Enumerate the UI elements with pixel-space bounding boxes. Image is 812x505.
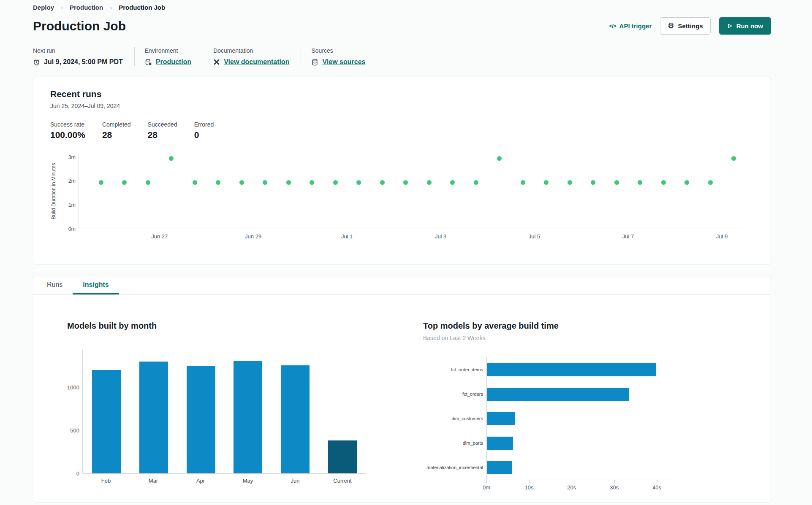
run-dot[interactable] (638, 180, 642, 185)
breadcrumb-deploy[interactable]: Deploy (33, 4, 54, 11)
stat-completed: Completed 28 (102, 121, 131, 140)
model-label: fct_orders (423, 392, 486, 397)
run-dot[interactable] (521, 180, 525, 185)
tab-runs[interactable]: Runs (37, 276, 73, 294)
build-duration-plot: 0m1m2m3mJun 27Jun 29Jul 1Jul 3Jul 5Jul 7… (79, 154, 741, 229)
model-bar-fct_order_items[interactable] (487, 363, 656, 376)
stat-value: 100.00% (50, 130, 85, 140)
model-row: fct_orders (423, 382, 737, 406)
month-label: Current (319, 478, 366, 484)
models-by-month-xlabels: FebMarAprMayJunCurrent (82, 478, 366, 484)
chevron-right-icon: › (110, 4, 112, 11)
run-dot[interactable] (708, 180, 713, 185)
x-tick-label: 10s (524, 484, 533, 491)
environment-group: Environment Production (134, 47, 203, 66)
models-y-tick-label: 0 (63, 471, 79, 476)
month-bar-feb[interactable] (92, 370, 121, 473)
run-dot[interactable] (122, 180, 127, 185)
recent-runs-date-range: Jun 25, 2024–Jul 09, 2024 (50, 103, 754, 109)
recent-runs-card: Recent runs Jun 25, 2024–Jul 09, 2024 Su… (33, 77, 771, 265)
run-dot[interactable] (474, 180, 478, 185)
month-bar-may[interactable] (234, 361, 262, 473)
run-dot[interactable] (239, 180, 244, 185)
x-tick-mark (486, 480, 487, 483)
scatter-x-tick-label: Jul 3 (435, 233, 446, 240)
top-models-x-axis: 0m10s20s30s40s (486, 480, 674, 494)
month-bar-apr[interactable] (187, 366, 215, 473)
run-dot[interactable] (427, 180, 432, 185)
stat-label: Completed (102, 121, 131, 128)
run-dot[interactable] (544, 180, 549, 185)
run-dot[interactable] (333, 180, 338, 185)
model-bar-materialization_incremental[interactable] (487, 461, 512, 474)
bar-slot (130, 350, 177, 473)
run-dot[interactable] (310, 180, 314, 185)
month-bar-mar[interactable] (139, 362, 168, 473)
models-by-month-title: Models built by month (67, 321, 402, 331)
settings-button[interactable]: ⚙ Settings (660, 17, 710, 35)
run-dot[interactable] (216, 180, 220, 185)
model-bar-dim_customers[interactable] (487, 412, 515, 425)
run-dot[interactable] (614, 180, 619, 185)
tab-insights[interactable]: Insights (73, 276, 119, 294)
run-dot[interactable] (684, 180, 689, 185)
month-label: Mar (130, 478, 177, 484)
next-run-label: Next run (33, 47, 123, 54)
run-now-button[interactable]: Run now (719, 17, 771, 35)
model-bar-track (486, 455, 674, 480)
page-title: Production Job (33, 19, 126, 33)
model-bar-track (486, 382, 674, 406)
top-models-plot: fct_order_itemsfct_ordersdim_customersdi… (423, 357, 737, 480)
run-dot[interactable] (568, 180, 572, 185)
model-bar-track (486, 431, 674, 455)
model-label: dim_customers (423, 416, 486, 421)
run-dot[interactable] (169, 156, 174, 161)
run-dot[interactable] (403, 180, 408, 185)
model-row: dim_parts (423, 431, 737, 455)
api-trigger-link[interactable]: </> API trigger (609, 22, 652, 30)
scatter-x-tick-label: Jul 1 (341, 233, 353, 240)
run-dot[interactable] (99, 180, 103, 185)
run-dot[interactable] (450, 180, 455, 185)
x-tick-mark (614, 480, 615, 483)
bar-slot (83, 350, 130, 473)
scatter-x-tick-label: Jul 7 (622, 233, 634, 240)
code-icon: </> (609, 23, 616, 29)
breadcrumb-production[interactable]: Production (70, 4, 103, 11)
stat-label: Succeeded (148, 121, 177, 128)
models-y-tick-label: 1000 (63, 384, 79, 390)
run-dot[interactable] (380, 180, 385, 185)
tab-bar: Runs Insights (33, 276, 771, 295)
run-dot[interactable] (263, 180, 267, 185)
next-run-group: Next run Jul 9, 2024, 5:00 PM PDT (33, 47, 134, 66)
run-dot[interactable] (193, 180, 197, 185)
view-sources-link[interactable]: View sources (322, 58, 365, 66)
top-models-chart: Top models by average build time Based o… (402, 321, 737, 494)
run-dot[interactable] (661, 180, 666, 185)
chevron-right-icon: › (61, 4, 63, 11)
model-row: dim_customers (423, 406, 737, 431)
run-dot[interactable] (356, 180, 361, 185)
month-bar-current[interactable] (328, 440, 357, 473)
model-bar-dim_parts[interactable] (487, 437, 513, 450)
run-dot[interactable] (731, 156, 736, 161)
recent-runs-stats: Success rate 100.00% Completed 28 Succee… (50, 121, 754, 140)
run-dot[interactable] (146, 180, 150, 185)
job-meta-row: Next run Jul 9, 2024, 5:00 PM PDT Enviro… (33, 47, 771, 66)
model-bar-fct_orders[interactable] (487, 388, 629, 401)
scatter-x-tick-label: Jun 29 (245, 233, 261, 240)
view-documentation-link[interactable]: View documentation (224, 58, 289, 66)
database-icon (311, 59, 318, 66)
model-row: fct_order_items (423, 357, 737, 382)
run-dot[interactable] (497, 156, 502, 161)
x-tick-mark (657, 480, 657, 483)
documentation-label: Documentation (213, 47, 289, 54)
month-bar-jun[interactable] (281, 365, 310, 473)
month-label: Apr (177, 478, 224, 484)
environment-link[interactable]: Production (156, 58, 191, 66)
scatter-x-tick-label: Jul 5 (529, 233, 540, 240)
run-dot[interactable] (286, 180, 291, 185)
stat-succeeded: Succeeded 28 (148, 121, 177, 140)
settings-label: Settings (678, 22, 703, 30)
run-dot[interactable] (591, 180, 595, 185)
